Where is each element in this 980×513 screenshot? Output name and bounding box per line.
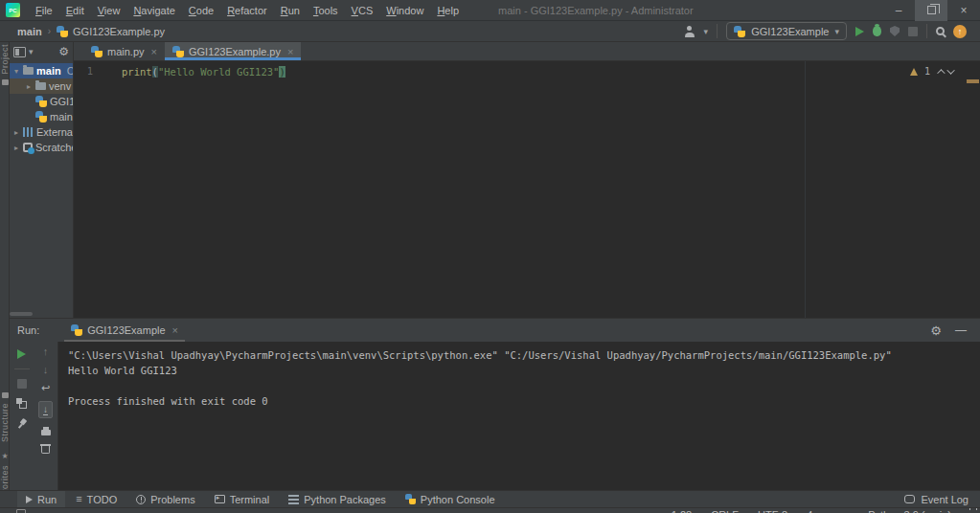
menu-item[interactable]: Navigate — [126, 0, 181, 21]
menu-item[interactable]: Refactor — [220, 0, 274, 21]
rail-structure-button[interactable]: Structure — [0, 392, 10, 442]
tree-item-icon — [23, 67, 34, 75]
menu-item[interactable]: Tools — [307, 0, 345, 21]
debug-button[interactable] — [873, 26, 881, 36]
console-line: "C:\Users\Vishal Upadhyay\PycharmProject… — [68, 347, 970, 363]
minimize-button[interactable]: – — [882, 0, 915, 21]
print-icon[interactable] — [41, 430, 51, 435]
bottom-tool-window-bar: Run TODO Problems Terminal Python Packag… — [0, 490, 980, 507]
maximize-button[interactable] — [915, 0, 947, 21]
error-stripe-mark[interactable] — [967, 79, 979, 83]
project-panel: ▾ ⚙ ▾ main C:\Users\Vishal Upadhyay\Pych… — [10, 42, 74, 318]
update-available-icon[interactable]: ↑ — [953, 25, 967, 38]
stop-button[interactable] — [908, 27, 918, 36]
pin-tab-icon[interactable] — [13, 416, 29, 432]
project-tree-item[interactable]: GGI123Example.py — [10, 94, 73, 109]
up-stacktrace-icon[interactable]: ↑ — [43, 346, 49, 357]
breadcrumb-separator-icon: › — [48, 26, 51, 36]
structure-icon — [2, 392, 9, 398]
previous-problem-icon[interactable] — [937, 69, 945, 77]
run-console-output[interactable]: "C:\Users\Vishal Upadhyay\PycharmProject… — [57, 342, 980, 490]
close-icon[interactable]: × — [151, 46, 157, 57]
project-tree-item[interactable]: ▸ Scratches and Consoles — [10, 140, 73, 155]
rerun-button[interactable] — [17, 349, 26, 359]
hide-panel-icon[interactable]: — — [955, 323, 967, 337]
folder-icon — [2, 79, 9, 85]
tree-item-icon — [23, 143, 33, 152]
project-tree: ▾ main C:\Users\Vishal Upadhyay\PycharmP… — [10, 61, 73, 155]
editor-tab[interactable]: main.py × — [83, 42, 165, 60]
close-icon[interactable]: × — [287, 46, 293, 57]
menu-item[interactable]: Help — [430, 0, 466, 21]
status-corner-icon[interactable] — [16, 509, 26, 513]
tree-chevron-icon[interactable]: ▸ — [12, 144, 20, 152]
tool-window-button[interactable]: Python Packages — [280, 491, 395, 508]
coverage-button[interactable] — [890, 26, 900, 36]
scroll-to-end-button[interactable]: ↓ — [38, 401, 53, 418]
breadcrumb-file[interactable]: GGI123Example.py — [73, 26, 165, 37]
close-icon[interactable]: × — [172, 324, 178, 336]
tree-chevron-icon[interactable]: ▾ — [12, 67, 20, 76]
editor-tab[interactable]: GGI123Example.py × — [165, 42, 301, 60]
clear-console-icon[interactable] — [41, 446, 50, 454]
menu-item[interactable]: File — [29, 0, 59, 21]
tool-window-label: Python Packages — [304, 494, 386, 505]
gear-icon[interactable]: ⚙ — [930, 324, 942, 337]
horizontal-scrollbar[interactable] — [10, 312, 33, 316]
down-stacktrace-icon[interactable]: ↓ — [43, 365, 49, 375]
breadcrumb-project[interactable]: main — [17, 26, 42, 37]
status-item[interactable]: UTF-8 — [758, 509, 787, 513]
menu-item[interactable]: Window — [379, 0, 430, 21]
tree-chevron-icon[interactable]: ▸ — [25, 82, 33, 91]
tool-window-button[interactable]: Run — [17, 491, 65, 508]
event-log-label: Event Log — [921, 494, 969, 505]
run-panel-tab[interactable]: GGI123Example × — [64, 319, 185, 342]
project-tree-item[interactable]: ▾ main C:\Users\Vishal Upadhyay\PycharmP… — [10, 63, 73, 78]
event-log-button[interactable]: Event Log — [904, 494, 969, 505]
status-item[interactable]: Python 3.9 (main) — [868, 509, 951, 513]
code-editor[interactable]: 1 print("Hello World GGI123") 1 — [74, 61, 980, 318]
next-problem-icon[interactable] — [946, 66, 954, 74]
editor-tab-label: main.py — [107, 46, 145, 57]
menu-item[interactable]: Run — [274, 0, 307, 21]
user-avatar-icon[interactable] — [684, 26, 695, 37]
gear-icon[interactable]: ⚙ — [58, 46, 69, 57]
run-button[interactable] — [855, 27, 864, 36]
search-everywhere-icon[interactable] — [936, 27, 945, 35]
project-tree-item[interactable]: ▸ venv — [10, 78, 73, 94]
menu-item[interactable]: Code — [182, 0, 220, 21]
right-margin-guide — [805, 61, 806, 318]
tool-window-button[interactable]: Problems — [127, 491, 203, 508]
tool-window-icon — [76, 494, 81, 504]
tool-window-button[interactable]: Terminal — [206, 491, 279, 508]
menu-item[interactable]: VCS — [345, 0, 380, 21]
rail-project-button[interactable]: Project — [0, 44, 10, 85]
editor-tab-bar: main.py × GGI123Example.py × — [74, 42, 980, 61]
tree-chevron-icon[interactable]: ▸ — [12, 128, 20, 137]
tool-window-button[interactable]: TODO — [67, 491, 125, 508]
menu-item[interactable]: Edit — [59, 0, 91, 21]
tree-item-icon — [35, 111, 47, 123]
stop-process-button[interactable] — [17, 379, 27, 389]
tree-item-label: GGI123Example.py — [50, 96, 73, 107]
status-item[interactable]: 1:28 — [672, 509, 692, 513]
status-item[interactable]: 4 spaces — [807, 509, 849, 513]
inspection-widget: 1 — [910, 66, 955, 77]
run-panel-title: Run: — [17, 324, 39, 336]
line-number: 1 — [80, 65, 93, 77]
soft-wrap-icon[interactable]: ↩ — [41, 383, 50, 393]
code-line[interactable]: print("Hello World GGI123") — [122, 65, 285, 78]
project-tree-item[interactable]: ▸ External Libraries — [10, 124, 73, 140]
project-view-icon[interactable] — [13, 47, 26, 57]
window-controls: – × — [882, 0, 980, 21]
restore-layout-icon[interactable] — [16, 398, 27, 409]
status-item[interactable]: CRLF — [711, 509, 739, 513]
chevron-down-icon[interactable]: ▾ — [29, 47, 34, 56]
close-button[interactable]: × — [947, 0, 980, 21]
chevron-down-icon[interactable]: ▾ — [704, 27, 709, 36]
tool-window-button[interactable]: Python Console — [397, 491, 504, 508]
run-configuration-select[interactable]: GGI123Example ▾ — [726, 22, 847, 40]
tree-item-label: venv — [49, 80, 71, 92]
menu-item[interactable]: View — [91, 0, 127, 21]
project-tree-item[interactable]: main.py — [10, 109, 73, 124]
